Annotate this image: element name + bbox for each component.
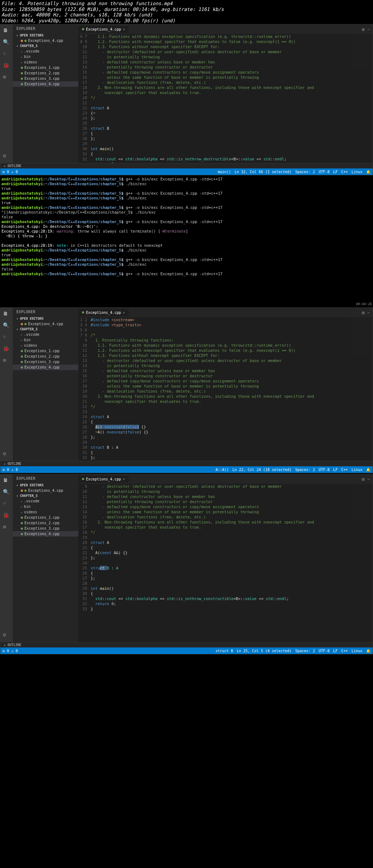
extensions-icon[interactable]: ⊞ xyxy=(3,524,10,531)
git-icon[interactable]: ⑂ xyxy=(3,501,10,508)
status-eol[interactable]: LF xyxy=(333,649,338,653)
folder-section[interactable]: CHAPTER_5 xyxy=(13,43,78,48)
status-errors[interactable]: ⊘ 0 ⚠ 0 xyxy=(3,468,18,472)
status-position[interactable]: Ln 22, Col 24 (18 selected) xyxy=(232,468,292,472)
search-icon[interactable]: 🔍 xyxy=(3,39,10,46)
minimap[interactable] xyxy=(351,317,373,354)
minimap[interactable] xyxy=(351,34,373,70)
status-spaces[interactable]: Spaces: 2 xyxy=(295,170,315,174)
code-editor[interactable]: 1 2 3 4 5 6 7 8 9 10 11 12 13 14 15 16 1… xyxy=(78,317,373,461)
files-icon[interactable]: 🗎 xyxy=(3,477,10,484)
sidebar-item-bin[interactable]: bin xyxy=(13,54,78,59)
more-icon[interactable]: ⋯ xyxy=(367,310,370,315)
status-os[interactable]: Linux xyxy=(352,170,362,174)
split-icon[interactable]: ▥ xyxy=(362,477,365,482)
status-encoding[interactable]: UTF-8 xyxy=(319,649,330,653)
open-editors-section[interactable]: OPEN EDITORS xyxy=(13,483,78,488)
sidebar-item-Exceptions_1.cpp[interactable]: Exceptions_1.cpp xyxy=(13,515,78,520)
code-editor[interactable]: 9 10 11 12 13 14 15 16 17 18 19 20 21 22… xyxy=(78,484,373,642)
tab-exceptions4[interactable]: Exceptions_4.cpp × xyxy=(78,26,129,33)
gear-icon[interactable]: ⚙ xyxy=(3,632,10,639)
sidebar-item-Exceptions_3.cpp[interactable]: Exceptions_3.cpp xyxy=(13,76,78,81)
bell-icon[interactable]: 🔔 xyxy=(366,170,370,174)
split-icon[interactable]: ▥ xyxy=(362,27,365,32)
code-editor[interactable]: 6 7 8 9 10 11 12 13 14 15 16 17 18 19 20… xyxy=(78,34,373,163)
status-os[interactable]: Linux xyxy=(352,649,362,653)
sidebar-item-Exceptions_2.cpp[interactable]: Exceptions_2.cpp xyxy=(13,354,78,359)
outline-section[interactable]: OUTLINE xyxy=(0,642,373,647)
sidebar-item-.vscode[interactable]: .vscode xyxy=(13,48,78,54)
open-editor-item[interactable]: Exceptions_4.cpp xyxy=(13,38,78,43)
status-errors[interactable]: ⊘ 0 ⚠ 0 xyxy=(3,170,18,174)
status-errors[interactable]: ⊘ 0 ⚠ 0 xyxy=(3,649,18,653)
search-icon[interactable]: 🔍 xyxy=(3,489,10,496)
status-lang[interactable]: C++ xyxy=(341,468,348,472)
status-function[interactable]: struct B xyxy=(216,649,233,653)
close-icon[interactable]: × xyxy=(123,27,125,31)
folder-section[interactable]: CHAPTER_5 xyxy=(13,327,78,332)
sidebar-item-videos[interactable]: videos xyxy=(13,509,78,515)
sidebar-item-Exceptions_2.cpp[interactable]: Exceptions_2.cpp xyxy=(13,70,78,76)
status-lang[interactable]: C++ xyxy=(341,649,348,653)
tab-exceptions4[interactable]: Exceptions_4.cpp × xyxy=(78,476,129,483)
sidebar-item-.vscode[interactable]: .vscode xyxy=(13,498,78,504)
status-spaces[interactable]: Spaces: 2 xyxy=(295,468,315,472)
sidebar-item-Exceptions_2.cpp[interactable]: Exceptions_2.cpp xyxy=(13,520,78,526)
git-icon[interactable]: ⑂ xyxy=(3,51,10,58)
more-icon[interactable]: ⋯ xyxy=(367,27,370,32)
close-icon[interactable]: × xyxy=(123,477,125,481)
status-lang[interactable]: C++ xyxy=(341,170,348,174)
activity-bar: 🗎 🔍 ⑂ 🐞 ⊞ ⚙ xyxy=(0,308,13,461)
outline-section[interactable]: OUTLINE xyxy=(0,163,373,168)
status-encoding[interactable]: UTF-8 xyxy=(319,468,330,472)
status-eol[interactable]: LF xyxy=(333,170,338,174)
debug-icon[interactable]: 🐞 xyxy=(3,346,10,353)
close-icon[interactable]: × xyxy=(123,311,125,315)
sidebar-item-Exceptions_3.cpp[interactable]: Exceptions_3.cpp xyxy=(13,359,78,365)
sidebar-item-.vscode[interactable]: .vscode xyxy=(13,332,78,337)
open-editor-item[interactable]: Exceptions_4.cpp xyxy=(13,488,78,493)
git-icon[interactable]: ⑂ xyxy=(3,334,10,341)
status-function[interactable]: main() xyxy=(218,170,231,174)
bell-icon[interactable]: 🔔 xyxy=(366,468,370,472)
sidebar-item-Exceptions_4.cpp[interactable]: Exceptions_4.cpp xyxy=(13,365,78,370)
cpp-icon xyxy=(82,28,84,30)
tab-exceptions4[interactable]: Exceptions_4.cpp × xyxy=(78,309,129,316)
gear-icon[interactable]: ⚙ xyxy=(3,451,10,458)
sidebar-item-Exceptions_4.cpp[interactable]: Exceptions_4.cpp xyxy=(13,531,78,537)
files-icon[interactable]: 🗎 xyxy=(3,311,10,318)
status-os[interactable]: Linux xyxy=(352,468,362,472)
sidebar-item-Exceptions_1.cpp[interactable]: Exceptions_1.cpp xyxy=(13,65,78,70)
status-spaces[interactable]: Spaces: 2 xyxy=(295,649,315,653)
status-position[interactable]: Ln 32, Col 66 (1 selected) xyxy=(235,170,292,174)
minimap[interactable] xyxy=(351,484,373,520)
gear-icon[interactable]: ⚙ xyxy=(3,153,10,160)
bell-icon[interactable]: 🔔 xyxy=(366,649,370,653)
folder-section[interactable]: CHAPTER_5 xyxy=(13,493,78,498)
status-position[interactable]: Ln 25, Col 5 (4 selected) xyxy=(237,649,292,653)
outline-section[interactable]: OUTLINE xyxy=(0,461,373,466)
debug-icon[interactable]: 🐞 xyxy=(3,512,10,519)
debug-icon[interactable]: 🐞 xyxy=(3,62,10,70)
search-icon[interactable]: 🔍 xyxy=(3,322,10,330)
sidebar-item-bin[interactable]: bin xyxy=(13,504,78,509)
open-editor-item[interactable]: Exceptions_4.cpp xyxy=(13,321,78,327)
more-icon[interactable]: ⋯ xyxy=(367,477,370,482)
sidebar-item-videos[interactable]: videos xyxy=(13,343,78,348)
split-icon[interactable]: ▥ xyxy=(362,310,365,315)
status-eol[interactable]: LF xyxy=(333,468,338,472)
open-editors-section[interactable]: OPEN EDITORS xyxy=(13,33,78,38)
terminal[interactable]: andrii@shostatskyi:~/Desktop/C++Exceptio… xyxy=(0,176,373,307)
sidebar-item-bin[interactable]: bin xyxy=(13,337,78,343)
sidebar-item-Exceptions_3.cpp[interactable]: Exceptions_3.cpp xyxy=(13,526,78,531)
status-encoding[interactable]: UTF-8 xyxy=(319,170,330,174)
files-icon[interactable]: 🗎 xyxy=(3,27,10,35)
sidebar-item-Exceptions_1.cpp[interactable]: Exceptions_1.cpp xyxy=(13,348,78,354)
tab-actions: ▥ ⋯ xyxy=(362,27,373,32)
open-editors-section[interactable]: OPEN EDITORS xyxy=(13,316,78,321)
sidebar-item-Exceptions_4.cpp[interactable]: Exceptions_4.cpp xyxy=(13,81,78,87)
extensions-icon[interactable]: ⊞ xyxy=(3,357,10,365)
extensions-icon[interactable]: ⊞ xyxy=(3,74,10,81)
status-function[interactable]: A::A() xyxy=(216,468,229,472)
sidebar-item-videos[interactable]: videos xyxy=(13,59,78,65)
